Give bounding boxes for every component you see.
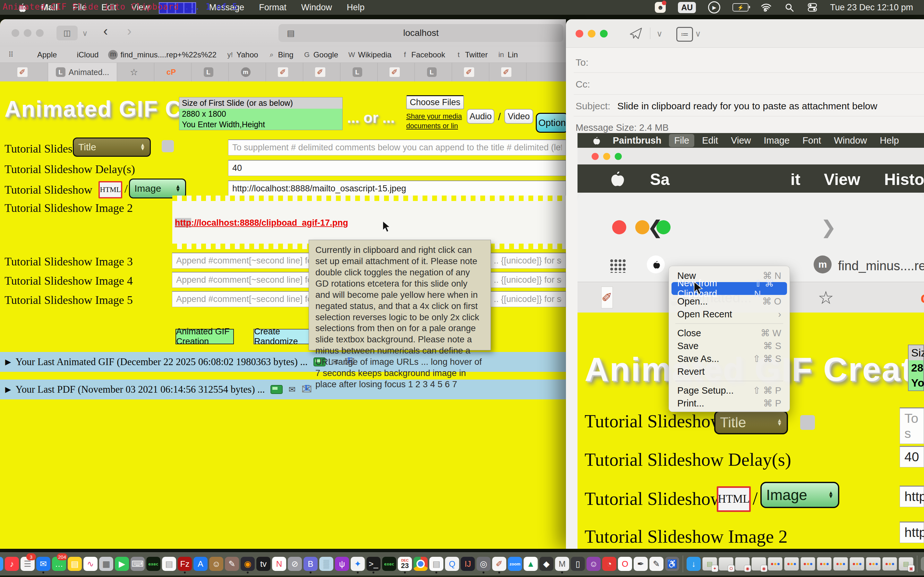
dock-notes[interactable]: ▤ [68, 554, 82, 573]
spotlight-search-icon[interactable] [784, 2, 795, 13]
send-button[interactable] [629, 27, 643, 40]
back-button[interactable]: ‹ [103, 24, 108, 38]
bookmark-item[interactable]: in Lin [497, 50, 518, 59]
bookmark-item[interactable]: ⠿ [7, 51, 17, 59]
slide-size-box[interactable]: Size of First Slide (or as below) 2880 x… [179, 97, 342, 130]
dock-min-chrome-window[interactable]: ◉ [735, 557, 750, 571]
dock-terminal[interactable]: >_ [367, 554, 381, 573]
dock-min-paintbrush-window[interactable] [882, 557, 897, 571]
pager-icon[interactable] [270, 385, 283, 394]
file-menu-item[interactable]: Close ⌘ W [672, 327, 787, 340]
dock-music[interactable]: ♪ [5, 554, 19, 573]
control-center-icon[interactable] [807, 2, 818, 13]
disclosure-triangle-icon[interactable]: ▶ [5, 358, 11, 366]
battery-icon[interactable]: ⚡ [732, 3, 748, 11]
bookmark-item[interactable]: iCloud [66, 50, 99, 59]
bookmark-item[interactable]: G Google [303, 50, 338, 59]
browser-tab[interactable]: cP [154, 63, 192, 81]
dock-min-paintbrush-window[interactable] [850, 557, 864, 571]
forward-button[interactable]: › [127, 24, 132, 38]
browser-tab[interactable]: L [415, 63, 452, 81]
format-list-icon[interactable]: ≔ [676, 27, 693, 42]
slide1-url-input[interactable] [228, 181, 566, 197]
audio-button[interactable]: Audio [467, 109, 494, 124]
dock-textedit[interactable]: ▤ [162, 554, 176, 573]
animated-gif-creation-button[interactable]: Animated GIF Creation [176, 329, 234, 344]
title-supplement-input[interactable] [228, 139, 566, 155]
input-source-badge[interactable]: AU [678, 2, 696, 13]
dock-downloads-folder[interactable]: ↓ [687, 554, 701, 573]
dock-photos[interactable]: ▒ [319, 554, 333, 573]
bookmark-item[interactable]: m find_minus....rep+%22s%22 [108, 50, 216, 60]
small-envelope-icon[interactable]: ✉ [288, 385, 296, 395]
choose-files-button[interactable]: Choose Files [406, 95, 464, 109]
dock-trash[interactable]: ♺ [921, 554, 924, 573]
file-menu-item[interactable]: Open Recent › [672, 308, 787, 321]
dock-chrome[interactable] [414, 554, 428, 573]
dock-paintbrush[interactable]: ✐ [492, 554, 506, 573]
file-menu-item[interactable]: Page Setup... ⇧ ⌘ P [672, 384, 787, 397]
file-menu-item[interactable]: Print... ⌘ P [672, 397, 787, 410]
bookmark-item[interactable]: y! Yahoo [226, 50, 258, 59]
dock-min-files-window[interactable]: ▤ ▣ [899, 557, 913, 571]
dock-quicktime[interactable]: Q [445, 554, 459, 573]
image3-unicode-input[interactable] [489, 253, 566, 269]
sidebar-toggle-button[interactable]: ◫ [57, 26, 78, 40]
dock-cat-app[interactable]: ☺ [586, 554, 601, 573]
create-randomize-button[interactable]: Create Randomize [254, 329, 313, 344]
dock-reminders[interactable]: ☰ 3 [21, 554, 35, 573]
menu-help[interactable]: Help [347, 3, 365, 13]
dock-speedtest[interactable]: ◔ [602, 554, 616, 573]
browser-tab[interactable]: ✐ [0, 63, 48, 81]
status-app-icon[interactable]: ☻ [655, 2, 666, 13]
browser-tab[interactable]: ✐ [452, 63, 489, 81]
close-button[interactable] [575, 30, 583, 37]
dock-calendar[interactable]: DEC23 [398, 554, 412, 573]
dock-pen-app[interactable]: ✒ [634, 554, 648, 573]
privacy-shield-icon[interactable]: ▤ [287, 28, 295, 38]
dock-finder[interactable]: ☺ [0, 554, 3, 573]
dock-min-paintbrush-window[interactable] [784, 557, 799, 571]
menubar-clock[interactable]: Tue 23 Dec 12:10 pm [830, 3, 913, 13]
zoom-button[interactable] [600, 30, 607, 37]
mail-titlebar[interactable]: ∨ ≔ ∨ [566, 19, 924, 48]
dock-iphone-mirroring[interactable]: ▯ [571, 554, 585, 573]
dock-zoom[interactable]: zoom [508, 554, 522, 573]
dock-min-window[interactable]: O [719, 557, 733, 571]
minimize-button[interactable] [24, 29, 31, 37]
bookmark-item[interactable]: Apple [27, 50, 57, 59]
bookmark-item[interactable]: f Facebook [401, 50, 445, 59]
option-button[interactable]: Option [536, 113, 569, 133]
dock-bbedit[interactable]: B [304, 554, 318, 573]
dock-m-app[interactable]: M [555, 554, 569, 573]
dock-messages[interactable]: … 204 [52, 554, 66, 573]
dock-min-paintbrush-window[interactable] [768, 557, 782, 571]
browser-tab[interactable]: ☆ [117, 63, 154, 81]
browser-tab[interactable]: ✐ [266, 63, 303, 81]
dock-firefox[interactable]: ◉ [241, 554, 255, 573]
clipboard-image-link[interactable]: http://localhost:8888/clipboad_agif-17.p… [175, 218, 348, 228]
file-menu-item[interactable]: Save As... ⇧ ⌘ S [672, 352, 787, 365]
title-select[interactable]: Title▲▼ [73, 137, 151, 157]
dock-intellij[interactable]: IJ [461, 554, 475, 573]
playback-status-icon[interactable]: ▶ [708, 1, 720, 13]
dock-appstore[interactable]: A [194, 554, 208, 573]
dock-min-paintbrush-window[interactable] [866, 557, 881, 571]
browser-tab[interactable]: m [229, 63, 266, 81]
bookmark-item[interactable]: t Twitter [455, 50, 488, 59]
dock-facetime[interactable]: ▶ [115, 554, 129, 573]
browser-tab[interactable]: ✐ [489, 63, 527, 81]
menu-window[interactable]: Window [301, 3, 332, 13]
to-field[interactable] [604, 55, 913, 70]
dock-min-terminal-window[interactable]: ▤ ✦ [702, 557, 717, 571]
dock-min-paintbrush-window[interactable] [833, 557, 848, 571]
image4-unicode-input[interactable] [489, 272, 566, 288]
video-button[interactable]: Video [504, 109, 533, 124]
send-options-chevron[interactable]: ∨ [656, 29, 662, 39]
disclosure-triangle-icon[interactable]: ▶ [5, 385, 11, 394]
dock-drive[interactable]: ▲ [523, 554, 538, 573]
cc-field[interactable] [604, 76, 913, 92]
dock-safari[interactable]: ✦ [351, 554, 365, 573]
last-pdf-bar[interactable]: ▶ Your Last PDF (November 03 2021 06:14:… [0, 380, 566, 400]
dock-keypad[interactable]: ⌨ [131, 554, 145, 573]
